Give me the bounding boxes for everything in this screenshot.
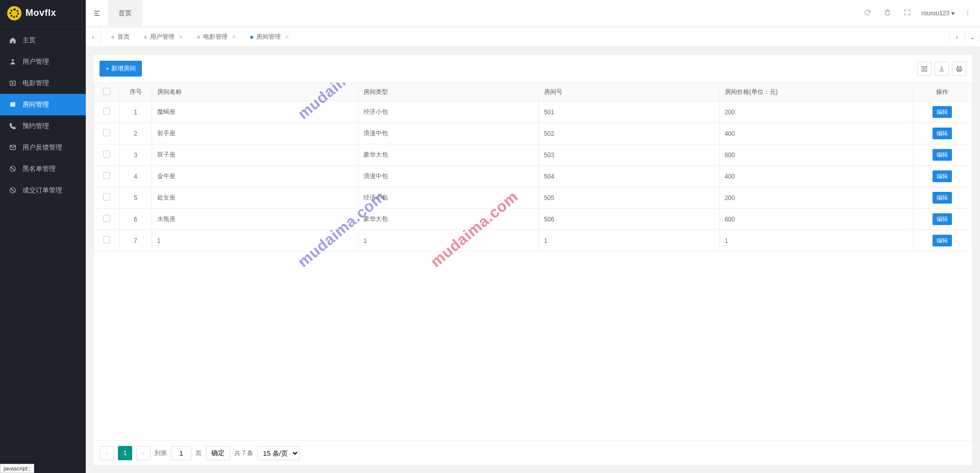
row-checkbox[interactable] [103, 108, 110, 115]
cell-name: 金牛座 [152, 166, 358, 187]
row-checkbox[interactable] [103, 172, 110, 179]
row-checkbox[interactable] [103, 236, 110, 243]
menu-toggle[interactable] [86, 0, 108, 26]
sidebar-item-label: 主页 [22, 36, 36, 45]
mail-icon [9, 144, 16, 151]
sidebar-item-label: 房间管理 [22, 100, 49, 109]
sidebar-item-users[interactable]: 用户管理 [0, 51, 86, 72]
edit-button[interactable]: 编辑 [933, 192, 952, 204]
main: 首页 rourou123 ▾ ⋮ ‹ 首页 [86, 0, 980, 473]
sidebar-item-rooms[interactable]: 房间管理 [0, 94, 86, 115]
tab-users[interactable]: 用户管理 ✕ [137, 28, 190, 47]
sidebar-item-label: 预约管理 [22, 121, 49, 131]
add-room-button[interactable]: + 新增房间 [100, 61, 142, 77]
edit-button[interactable]: 编辑 [933, 128, 952, 139]
tab-movies[interactable]: 电影管理 ✕ [190, 28, 243, 47]
close-icon[interactable]: ✕ [285, 34, 289, 40]
select-all-checkbox[interactable] [103, 88, 110, 95]
export-button[interactable] [935, 62, 949, 76]
tab-scroll-right[interactable]: › [949, 34, 965, 41]
cell-type: 经济小包 [358, 187, 539, 209]
cell-number: 503 [538, 144, 719, 166]
sidebar-item-blacklist[interactable]: 黑名单管理 [0, 158, 86, 180]
row-checkbox[interactable] [103, 215, 110, 222]
row-checkbox[interactable] [103, 193, 110, 201]
username: rourou123 [921, 10, 949, 17]
more-button[interactable]: ⋮ [963, 8, 973, 19]
fullscreen-button[interactable] [901, 7, 913, 20]
page-prev[interactable]: ‹ [100, 446, 114, 460]
plus-icon: + [106, 65, 109, 72]
print-button[interactable] [952, 62, 966, 76]
cell-number: 505 [538, 187, 719, 209]
table-row: 5处女座经济小包505200编辑 [94, 187, 972, 209]
edit-button[interactable]: 编辑 [933, 149, 952, 161]
tab-dot-icon [144, 36, 147, 39]
refresh-button[interactable] [862, 7, 873, 20]
sidebar-item-reservations[interactable]: 预约管理 [0, 115, 86, 137]
table-row: 71111编辑 [94, 230, 972, 252]
cell-price: 600 [719, 144, 913, 166]
tab-scroll-left[interactable]: ‹ [86, 28, 101, 46]
topbar: 首页 rourou123 ▾ ⋮ [86, 0, 980, 27]
sidebar-item-label: 电影管理 [22, 79, 49, 88]
cell-price: 600 [719, 209, 913, 230]
edit-button[interactable]: 编辑 [933, 106, 952, 118]
top-tab-home[interactable]: 首页 [108, 0, 142, 26]
cell-number: 502 [538, 123, 719, 144]
page-suffix: 页 [195, 449, 202, 458]
cell-number: 506 [538, 209, 719, 230]
svg-point-0 [12, 59, 14, 61]
th-index: 序号 [119, 83, 152, 102]
close-icon[interactable]: ✕ [232, 34, 236, 40]
table-wrap: 序号 房间名称 房间类型 房间号 房间价格(单位：元) 操作 1魔蝎座经济小包5… [93, 83, 972, 440]
cell-type: 浪漫中包 [358, 166, 539, 187]
table-row: 1魔蝎座经济小包501200编辑 [94, 102, 972, 123]
status-bar: javascript:; [0, 464, 34, 473]
sidebar-item-label: 用户管理 [22, 57, 49, 66]
cell-type: 1 [358, 230, 539, 252]
sidebar-item-label: 用户反馈管理 [22, 143, 62, 152]
svg-rect-12 [958, 69, 961, 71]
tab-rooms[interactable]: 房间管理 ✕ [243, 28, 296, 47]
edit-button[interactable]: 编辑 [933, 213, 952, 225]
svg-rect-10 [958, 66, 961, 68]
sidebar-item-orders[interactable]: 成交订单管理 [0, 180, 86, 201]
cell-name: 双子座 [152, 144, 358, 166]
home-icon [9, 37, 16, 44]
sidebar-item-movies[interactable]: 电影管理 [0, 72, 86, 94]
tab-label: 首页 [117, 33, 130, 41]
user-menu[interactable]: rourou123 ▾ [921, 10, 954, 17]
trash-button[interactable] [881, 7, 893, 20]
cell-type: 浪漫中包 [358, 123, 539, 144]
edit-button[interactable]: 编辑 [933, 170, 952, 182]
tab-dot-icon [111, 36, 114, 39]
cell-type: 豪华大包 [358, 209, 539, 230]
cell-index: 1 [119, 102, 152, 123]
content: + 新增房间 序号 [86, 47, 980, 473]
goto-input[interactable] [171, 446, 191, 460]
page-size-select[interactable]: 15 条/页 [257, 446, 300, 460]
th-number: 房间号 [538, 83, 719, 102]
tab-home[interactable]: 首页 [104, 28, 137, 47]
panel: + 新增房间 序号 [93, 54, 973, 466]
cell-type: 豪华大包 [358, 144, 539, 166]
goto-confirm[interactable]: 确定 [206, 446, 230, 460]
sidebar-item-feedback[interactable]: 用户反馈管理 [0, 137, 86, 158]
page-1[interactable]: 1 [118, 446, 132, 460]
close-icon[interactable]: ✕ [179, 34, 183, 40]
row-checkbox[interactable] [103, 151, 110, 158]
tab-dot-icon [197, 36, 200, 39]
goto-label: 到第 [155, 449, 167, 458]
chevron-down-icon: ▾ [951, 10, 954, 17]
row-checkbox[interactable] [103, 129, 110, 136]
ban-icon [9, 165, 16, 172]
page-next[interactable]: › [136, 446, 151, 460]
columns-button[interactable] [917, 62, 932, 76]
ban-icon [9, 187, 16, 194]
tab-menu[interactable]: ⌄ [965, 34, 980, 41]
svg-rect-3 [10, 104, 15, 105]
brand-text: Movflx [26, 8, 56, 18]
sidebar-item-home[interactable]: 主页 [0, 30, 86, 51]
edit-button[interactable]: 编辑 [933, 235, 952, 246]
